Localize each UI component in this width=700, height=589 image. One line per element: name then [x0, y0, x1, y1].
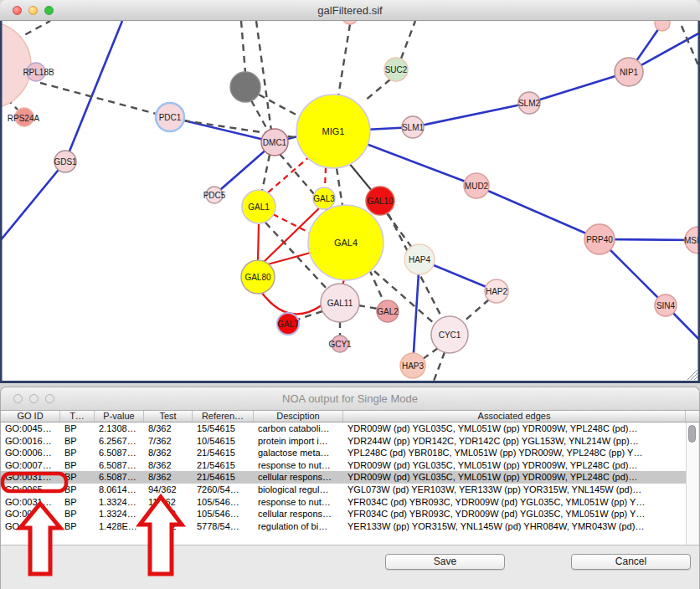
table-row-4[interactable]: GO:0007…BP6.5087…8/36221/54615response t…: [1, 459, 686, 472]
cell: BP: [60, 508, 95, 520]
table-row-1[interactable]: GO:0045…BP2.1308…8/36215/54615carbon cat…: [1, 423, 686, 435]
cell: cellular respons…: [254, 508, 343, 520]
vertical-scrollbar[interactable]: [686, 423, 698, 545]
cell: 105/546…: [193, 508, 254, 520]
cell: 6.5087…: [95, 447, 144, 459]
close-button-icon[interactable]: [13, 394, 23, 403]
node-label-CYC1: CYC1: [439, 330, 461, 340]
edge-redd: [325, 167, 326, 188]
cell: 1.3324…: [95, 508, 144, 520]
cancel-button[interactable]: Cancel: [571, 554, 691, 570]
minimize-button-icon[interactable]: [29, 394, 39, 403]
cell: cellular respons…: [254, 471, 343, 484]
table-row-5[interactable]: GO:0031…BP6.5087…8/36221/54615cellular r…: [1, 471, 686, 484]
node-label-SLM1: SLM1: [402, 123, 425, 132]
table-row-6[interactable]: GO:0065…BP8.0614…94/3627260/54…biologica…: [1, 484, 686, 496]
table-row-2[interactable]: GO:0016…BP6.2567…7/36210/54615protein im…: [1, 435, 686, 448]
cell: YPL248C (pd) YBR018C, YML051W (pp) YDR00…: [343, 447, 686, 459]
edge-dash: [259, 95, 299, 116]
node-label-RPL18B: RPL18B: [23, 68, 54, 77]
node-label-HAP3: HAP3: [402, 361, 425, 371]
node-top-pink-node[interactable]: [342, 21, 358, 24]
cell: YDR009W (pd) YGL035C, YML051W (pp) YDR00…: [343, 423, 686, 435]
column-header-3[interactable]: P-value: [95, 411, 144, 422]
zoom-button-icon[interactable]: [45, 394, 54, 403]
cell: BP: [60, 435, 95, 448]
table-row-7[interactable]: GO:0031…BP1.3324…11/362105/546…response …: [1, 496, 686, 509]
window-frame: [0, 21, 700, 383]
column-header-4[interactable]: Test: [144, 411, 193, 422]
screen: galFiltered.sif RPL18BRPS24AGDS1PDC1DMC1…: [0, 0, 700, 589]
cell: GO:0006…: [1, 447, 60, 459]
cell: 2.1308…: [95, 423, 144, 435]
cell: response to nut…: [254, 496, 343, 509]
edge-dash: [401, 21, 415, 59]
node-label-GAL11: GAL11: [327, 299, 353, 308]
column-header-1[interactable]: GO ID: [1, 411, 60, 422]
cell: GO:0031…: [1, 508, 60, 520]
cell: GO:0045…: [1, 423, 60, 435]
cell: BP: [60, 496, 95, 509]
node-label-SLM2: SLM2: [518, 99, 541, 108]
node-label-GAL1: GAL1: [248, 202, 270, 212]
cell: 105/546…: [193, 496, 254, 509]
node-label-GAL4: GAL4: [334, 238, 358, 248]
edge-dash: [251, 100, 269, 132]
cell: BP: [60, 484, 95, 496]
column-header-5[interactable]: Referen…: [193, 411, 254, 422]
edge-redd: [273, 214, 312, 234]
column-header-6[interactable]: Desciption: [254, 411, 343, 422]
edge-blue: [413, 103, 529, 127]
node-label-GAL2: GAL2: [377, 307, 399, 316]
node-label-NIP1: NIP1: [620, 68, 639, 77]
cell: GO:0031…: [1, 471, 60, 484]
close-button-icon[interactable]: [13, 6, 22, 15]
scrollbar-thumb[interactable]: [688, 425, 696, 443]
edge-dash: [462, 300, 489, 323]
network-canvas[interactable]: RPL18BRPS24AGDS1PDC1DMC1MIG1SUC2NIP1SLM2…: [0, 21, 700, 383]
noa-output-window: NOA output for Single Mode GO IDT…P-valu…: [0, 387, 700, 589]
network-window-titlebar: galFiltered.sif: [0, 0, 700, 21]
node-gray-node[interactable]: [230, 72, 260, 102]
cell: 8/362: [144, 471, 193, 484]
cell: 11/362: [144, 496, 193, 509]
minimize-button-icon[interactable]: [28, 6, 38, 15]
cell: YFR034C (pd) YBR093C, YDR009W (pd) YGL03…: [343, 496, 686, 509]
edge-redd: [267, 156, 311, 193]
network-graph: RPL18BRPS24AGDS1PDC1DMC1MIG1SUC2NIP1SLM2…: [0, 21, 700, 383]
node-label-GDS1: GDS1: [54, 157, 77, 166]
cell: protein import i…: [254, 435, 343, 448]
cell: 7260/54…: [193, 484, 254, 496]
table-row-8[interactable]: GO:0031…BP1.3324…11/362105/546…cellular …: [1, 508, 686, 520]
table-row-3[interactable]: GO:0006…BP6.5087…8/36221/54615galactose …: [1, 447, 686, 459]
edge-dash: [433, 352, 445, 383]
node-label-GCY1: GCY1: [328, 340, 352, 349]
edge-blue: [529, 72, 629, 103]
table-header[interactable]: GO IDT…P-valueTestReferen…DesciptionAsso…: [1, 411, 699, 423]
cell: 8.0614…: [95, 484, 144, 496]
cell: BP: [60, 520, 95, 533]
cell: BP: [60, 471, 95, 484]
node-top-right-pink-node[interactable]: [655, 21, 670, 31]
edge-dash: [358, 305, 378, 309]
save-button[interactable]: Save: [385, 554, 505, 570]
edge-dash: [364, 79, 390, 101]
node-label-MSL1: MSL1: [684, 236, 700, 245]
cell: GO:0065…: [1, 484, 60, 496]
node-label-DMC1: DMC1: [263, 138, 287, 147]
table-row-9[interactable]: GO:0050…BP1.428E…80/3625778/54…regulatio…: [1, 520, 686, 533]
column-header-2[interactable]: T…: [60, 411, 95, 422]
node-label-HAP2: HAP2: [486, 287, 508, 296]
network-window-title: galFiltered.sif: [0, 0, 700, 21]
cell: GO:0031…: [1, 496, 60, 509]
cell: 6.2567…: [95, 435, 144, 448]
node-label-GAL7: GAL7: [277, 320, 299, 329]
edge-dash: [423, 348, 438, 359]
cell: 21/54615: [193, 471, 254, 484]
node-label-PDC1: PDC1: [159, 113, 182, 122]
node-label-PRP40: PRP40: [586, 235, 613, 244]
cell: YDR009W (pd) YGL035C, YML051W (pp) YDR00…: [343, 459, 686, 472]
zoom-button-icon[interactable]: [44, 6, 54, 15]
node-label-SIN4: SIN4: [656, 301, 676, 310]
column-header-7[interactable]: Associated edges: [343, 411, 686, 422]
